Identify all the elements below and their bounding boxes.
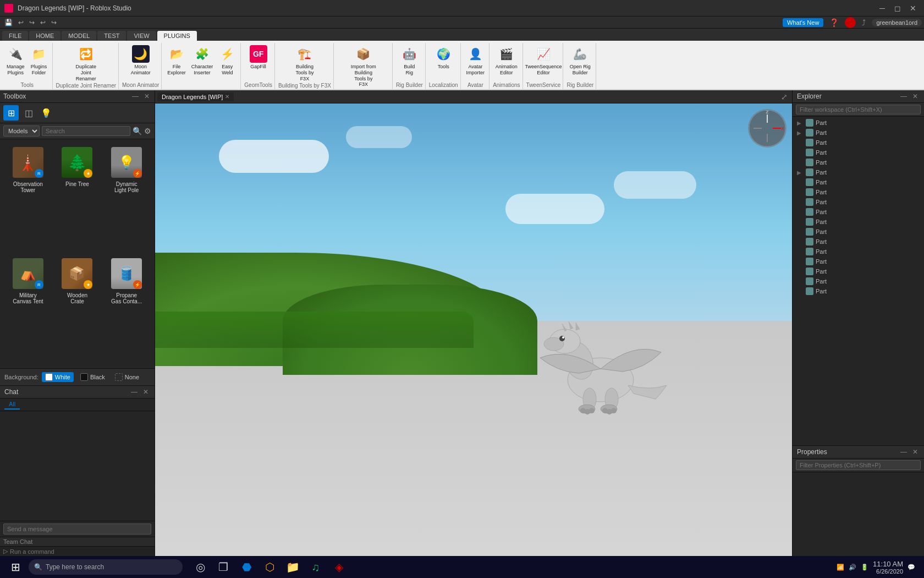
animation-editor-button[interactable]: 🎬 AnimationEditor bbox=[493, 44, 520, 77]
explorer-item[interactable]: Part bbox=[793, 266, 924, 276]
tab-test[interactable]: TEST bbox=[97, 31, 126, 41]
explorer-item[interactable]: Part bbox=[793, 247, 924, 257]
explorer-item[interactable]: Part bbox=[793, 237, 924, 247]
bg-none-option[interactable]: None bbox=[112, 372, 142, 382]
taskbar-spotify-button[interactable]: ♫ bbox=[305, 557, 327, 577]
explorer-item[interactable]: ▶ Part bbox=[793, 128, 924, 138]
toolbox-grid-view-button[interactable]: ⊞ bbox=[3, 105, 19, 121]
undo-button[interactable]: ↩ bbox=[16, 18, 26, 28]
tab-plugins[interactable]: PLUGINS bbox=[157, 31, 197, 41]
chat-minimize-button[interactable]: — bbox=[129, 388, 139, 396]
gapfill-button[interactable]: GF GapFill bbox=[248, 44, 270, 71]
build-rig-button[interactable]: 🤖 BuildRig bbox=[398, 44, 420, 77]
easy-weld-button[interactable]: ⚡ EasyWeld bbox=[216, 44, 238, 77]
explorer-item[interactable]: Part bbox=[793, 227, 924, 237]
viewport-tab-close-icon[interactable]: ✕ bbox=[225, 94, 229, 100]
open-rig-builder-button[interactable]: 🦾 Open RigBuilder bbox=[568, 44, 593, 77]
viewport-expand-button[interactable]: ⤢ bbox=[779, 92, 790, 101]
bg-black-option[interactable]: Black bbox=[77, 372, 108, 382]
battery-icon[interactable]: 🔋 bbox=[861, 564, 868, 571]
explorer-item[interactable]: Part bbox=[793, 177, 924, 187]
toolbox-recent-view-button[interactable]: 💡 bbox=[38, 105, 54, 121]
character-inserter-button[interactable]: 🧩 CharacterInserter bbox=[189, 44, 216, 77]
explorer-item[interactable]: Part bbox=[793, 217, 924, 227]
toolbox-search-input[interactable] bbox=[42, 126, 130, 136]
explorer-minimize-button[interactable]: — bbox=[899, 92, 909, 100]
toolbox-header: Toolbox — ✕ bbox=[0, 90, 155, 103]
close-button[interactable]: ✕ bbox=[906, 3, 920, 14]
explorer-item[interactable]: ▶ Part bbox=[793, 167, 924, 177]
moon-animator-button[interactable]: 🌙 MoonAnimator bbox=[129, 44, 153, 77]
whatsnew-button[interactable]: What's New bbox=[783, 18, 823, 27]
explorer-item[interactable]: ▶ Part bbox=[793, 118, 924, 128]
toolbox-history-view-button[interactable]: ◫ bbox=[21, 105, 36, 121]
toolbox-category-select[interactable]: Models bbox=[3, 126, 40, 137]
taskbar-roblox-button[interactable]: ◈ bbox=[328, 557, 350, 577]
explorer-item[interactable]: Part bbox=[793, 187, 924, 197]
tools-button[interactable]: 🌍 Tools bbox=[432, 44, 454, 71]
toolbox-close-button[interactable]: ✕ bbox=[142, 92, 151, 100]
username-badge[interactable]: greenbean1ord bbox=[872, 19, 922, 26]
viewport-tab-dragon-legends[interactable]: Dragon Legends [WIP] ✕ bbox=[157, 92, 234, 101]
network-icon[interactable]: 📶 bbox=[837, 564, 844, 571]
taskbar-taskview-button[interactable]: ❐ bbox=[212, 557, 234, 577]
explorer-item[interactable]: Part bbox=[793, 207, 924, 217]
question-icon[interactable]: ❓ bbox=[828, 18, 840, 27]
minimize-button[interactable]: ─ bbox=[876, 3, 889, 14]
tab-view[interactable]: VIEW bbox=[127, 31, 156, 41]
tab-home[interactable]: HOME bbox=[29, 31, 61, 41]
plugins-folder-button[interactable]: 📁 PluginsFolder bbox=[28, 44, 50, 77]
toolbox-item-observation-tower[interactable]: 🗼 R ObservationTower bbox=[4, 144, 52, 253]
avatar-importer-button[interactable]: 👤 AvatarImporter bbox=[464, 44, 487, 77]
run-command-input[interactable] bbox=[10, 548, 151, 555]
properties-filter-input[interactable] bbox=[796, 460, 921, 470]
toolbox-minimize-button[interactable]: — bbox=[130, 92, 140, 100]
share-icon[interactable]: ⤴ bbox=[860, 18, 867, 27]
taskbar-photos-button[interactable]: ⬡ bbox=[258, 557, 280, 577]
file-explorer-button[interactable]: 📂 FileExplorer bbox=[165, 44, 188, 77]
explorer-item[interactable]: Part bbox=[793, 138, 924, 148]
explorer-filter-input[interactable] bbox=[796, 105, 921, 114]
search-icon[interactable]: 🔍 bbox=[133, 127, 142, 135]
bg-white-option[interactable]: White bbox=[42, 372, 74, 382]
undo2-button[interactable]: ↩ bbox=[38, 18, 48, 28]
explorer-item[interactable]: Part bbox=[793, 157, 924, 167]
toolbox-item-wooden-crate[interactable]: 📦 ★ WoodenCrate bbox=[54, 255, 101, 364]
restore-button[interactable]: ◻ bbox=[891, 3, 904, 14]
building-tools-button[interactable]: 🏗️ BuildingTools by F3X bbox=[289, 44, 320, 83]
viewport[interactable]: Z X bbox=[155, 103, 792, 556]
redo-button[interactable]: ↪ bbox=[27, 18, 37, 28]
explorer-close-button[interactable]: ✕ bbox=[911, 92, 920, 100]
taskbar-edge-button[interactable]: ⬣ bbox=[235, 557, 257, 577]
toolbox-item-propane-gas[interactable]: 🛢️ ⚡ PropaneGas Conta... bbox=[103, 255, 150, 364]
chat-tab-all[interactable]: All bbox=[4, 400, 20, 410]
taskbar-cortana-button[interactable]: ◎ bbox=[189, 557, 211, 577]
manage-plugins-button[interactable]: 🔌 ManagePlugins bbox=[4, 44, 27, 77]
explorer-item[interactable]: Part bbox=[793, 197, 924, 207]
save-button[interactable]: 💾 bbox=[2, 18, 15, 28]
toolbox-item-pine-tree[interactable]: 🌲 ★ Pine Tree bbox=[54, 144, 101, 253]
tween-editor-button[interactable]: 📈 TweenSequenceEditor bbox=[529, 44, 559, 77]
explorer-item[interactable]: Part bbox=[793, 257, 924, 266]
chat-input[interactable] bbox=[3, 524, 151, 535]
properties-minimize-button[interactable]: — bbox=[899, 448, 909, 456]
notifications-icon[interactable]: 💬 bbox=[908, 564, 915, 571]
volume-icon[interactable]: 🔊 bbox=[849, 564, 856, 571]
toolbox-item-dynamic-light-pole[interactable]: 💡 ⚡ DynamicLight Pole bbox=[103, 144, 150, 253]
properties-close-button[interactable]: ✕ bbox=[911, 448, 920, 456]
import-building-tools-button[interactable]: 📦 Import from BuildingTools by F3X bbox=[348, 44, 378, 89]
tab-file[interactable]: FILE bbox=[2, 31, 28, 41]
taskbar-search[interactable]: 🔍 Type here to search bbox=[29, 559, 183, 575]
explorer-item[interactable]: Part bbox=[793, 276, 924, 286]
redo2-button[interactable]: ↪ bbox=[49, 18, 59, 28]
tab-model[interactable]: MODEL bbox=[62, 31, 96, 41]
taskbar-explorer-button[interactable]: 📁 bbox=[282, 557, 304, 577]
chat-close-button[interactable]: ✕ bbox=[141, 388, 150, 396]
filter-icon[interactable]: ⚙ bbox=[144, 127, 151, 135]
taskbar-clock[interactable]: 11:10 AM 6/26/2020 bbox=[873, 560, 903, 575]
explorer-item[interactable]: Part bbox=[793, 286, 924, 296]
explorer-item[interactable]: Part bbox=[793, 148, 924, 157]
start-button[interactable]: ⊞ bbox=[4, 557, 26, 577]
toolbox-item-military-canvas-tent[interactable]: ⛺ R MilitaryCanvas Tent bbox=[4, 255, 52, 364]
duplicate-joint-renamer-button[interactable]: 🔁 DuplicateJoint Renamer bbox=[71, 44, 101, 83]
